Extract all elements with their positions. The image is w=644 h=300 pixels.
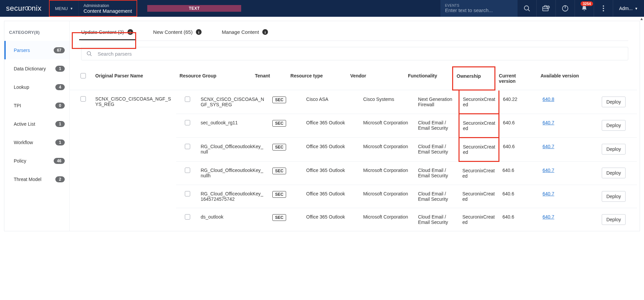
cell-ownership: SecuronixCreated	[459, 208, 499, 231]
available-version-link[interactable]: 640.8	[543, 97, 554, 102]
sidebar-item-tpi[interactable]: TPI 0	[4, 96, 69, 115]
sidebar-item-workflow[interactable]: Workflow 1	[4, 133, 69, 152]
cell-available-version: 640.7	[539, 208, 598, 231]
row-checkbox[interactable]	[80, 96, 86, 102]
announcement-bar: TEXT	[147, 5, 241, 12]
user-menu[interactable]: Adm... ▼	[613, 0, 644, 17]
row-checkbox[interactable]	[185, 168, 190, 173]
sidebar-item-active-list[interactable]: Active List 1	[4, 115, 69, 133]
sidebar-item-data-dictionary[interactable]: Data Dictionary 1	[4, 59, 69, 78]
tenant-chip: SEC	[272, 144, 286, 151]
cell-resource-group: RG_Cloud_OfficeoutlookKey_null	[197, 137, 269, 161]
cell-available-version: 640.7	[539, 114, 598, 137]
deploy-button[interactable]: Deploy	[602, 144, 626, 155]
svg-point-2	[524, 6, 529, 10]
events-search[interactable]: EVENTS Enter text to search...	[440, 0, 518, 17]
available-version-link[interactable]: 640.7	[543, 214, 554, 220]
cell-actions: Deploy	[598, 208, 637, 231]
cell-current-version: 640.22	[499, 91, 539, 114]
row-checkbox[interactable]	[185, 191, 190, 196]
info-icon[interactable]: i	[196, 29, 202, 35]
events-label: EVENTS	[445, 4, 513, 7]
top-bar: secur nix MENU ▼ Administration Content …	[0, 0, 644, 17]
available-version-link[interactable]: 640.7	[543, 144, 554, 149]
search-icon[interactable]	[518, 0, 536, 17]
deploy-button[interactable]: Deploy	[602, 120, 626, 131]
tenant-chip: SEC	[272, 120, 286, 127]
cell-current-version: 640.6	[499, 208, 539, 231]
power-icon[interactable]	[556, 0, 575, 17]
menu-label: MENU	[55, 6, 68, 11]
deploy-button[interactable]: Deploy	[602, 214, 626, 225]
row-checkbox[interactable]	[185, 120, 190, 125]
cell-tenant: SEC	[269, 137, 303, 161]
sidebar-item-threat-model[interactable]: Threat Model 2	[4, 170, 69, 188]
cell-actions: Deploy	[598, 161, 637, 185]
menu-button[interactable]: MENU ▼	[50, 1, 78, 16]
menu-highlight-box: MENU ▼ Administration Content Management	[49, 0, 137, 17]
cell-available-version: 640.7	[539, 161, 598, 185]
sidebar-item-label: Active List	[14, 121, 35, 127]
available-version-link[interactable]: 640.7	[543, 168, 554, 173]
tab-manage-content[interactable]: Manage Content i	[222, 29, 268, 40]
cell-vendor: Microsoft Corporation	[360, 161, 415, 185]
sidebar-item-label: Lookup	[14, 84, 29, 90]
cell-functionality: Cloud Email / Email Security	[415, 185, 459, 208]
cell-resource-type: Office 365 Outlook	[303, 185, 360, 208]
sidebar-item-count: 46	[54, 158, 65, 164]
caret-up-icon[interactable]: ▲	[640, 16, 644, 21]
tab-update-content[interactable]: Update Content (2) i	[81, 29, 133, 40]
sidebar-item-count: 1	[55, 66, 65, 72]
table-row: sec_outlook_rg11 SEC Office 365 Outlook …	[176, 114, 637, 137]
cell-functionality: Next Generation Firewall	[415, 91, 459, 114]
cell-resource-group: RG_Cloud_OfficeoutlookKey_1645724575742	[197, 185, 269, 208]
cell-actions: Deploy	[598, 91, 637, 114]
info-icon[interactable]: i	[127, 29, 133, 35]
select-all-checkbox[interactable]	[80, 73, 86, 78]
briefcase-plus-icon[interactable]	[537, 0, 555, 17]
cell-resource-group: SCNX_CISCO_CISCOASA_NGF_SYS_REG	[197, 91, 269, 114]
cell-vendor: Microsoft Corporation	[360, 208, 415, 231]
info-icon[interactable]: i	[262, 29, 268, 35]
available-version-link[interactable]: 640.7	[543, 120, 554, 125]
content-table: Original Parser Name Resource Group Tena…	[70, 66, 637, 231]
sidebar-item-lookup[interactable]: Lookup 4	[4, 78, 69, 96]
cell-vendor: Microsoft Corporation	[360, 185, 415, 208]
cell-tenant: SEC	[269, 185, 303, 208]
table-row: RG_Cloud_OfficeoutlookKey_1645724575742 …	[176, 185, 637, 208]
sidebar-item-label: Policy	[14, 158, 26, 164]
sidebar-item-policy[interactable]: Policy 46	[4, 152, 69, 170]
category-heading: CATEGORY(8)	[4, 21, 69, 41]
kebab-icon[interactable]	[594, 0, 613, 17]
cell-vendor: Cisco Systems	[360, 91, 415, 114]
logo-text-2: nix	[32, 4, 42, 13]
cell-actions: Deploy	[598, 137, 637, 161]
bell-icon[interactable]: 3254	[575, 0, 594, 17]
sidebar-item-parsers[interactable]: Parsers 67	[4, 41, 69, 59]
cell-ownership: SecuronixCreated	[459, 114, 499, 137]
sidebar-item-label: TPI	[14, 103, 21, 108]
search-box[interactable]	[81, 47, 628, 60]
cell-functionality: Cloud Email / Email Security	[415, 161, 459, 185]
available-version-link[interactable]: 640.7	[543, 191, 554, 196]
col-available-version: Available version	[537, 67, 599, 90]
row-checkbox[interactable]	[185, 144, 190, 149]
tab-bar: Update Content (2) i New Content (65) i …	[70, 21, 640, 41]
row-checkbox[interactable]	[185, 97, 190, 102]
search-input[interactable]	[98, 51, 623, 57]
tab-new-content[interactable]: New Content (65) i	[153, 29, 202, 40]
row-checkbox[interactable]	[185, 214, 190, 220]
cell-ownership: SecuronixCreated	[459, 91, 499, 114]
deploy-button[interactable]: Deploy	[602, 191, 626, 202]
events-placeholder: Enter text to search...	[445, 7, 513, 13]
col-original-name: Original Parser Name	[92, 67, 176, 90]
logo: secur nix	[0, 0, 49, 17]
sidebar-item-label: Workflow	[14, 140, 33, 145]
cell-resource-type: Office 365 Outlook	[303, 137, 360, 161]
sidebar-item-count: 4	[55, 84, 65, 90]
table-row: RG_Cloud_OfficeoutlookKey_nullh SEC Offi…	[176, 161, 637, 185]
table-header-row: Original Parser Name Resource Group Tena…	[70, 67, 637, 90]
deploy-button[interactable]: Deploy	[602, 97, 626, 107]
cell-actions: Deploy	[598, 185, 637, 208]
deploy-button[interactable]: Deploy	[602, 168, 626, 178]
